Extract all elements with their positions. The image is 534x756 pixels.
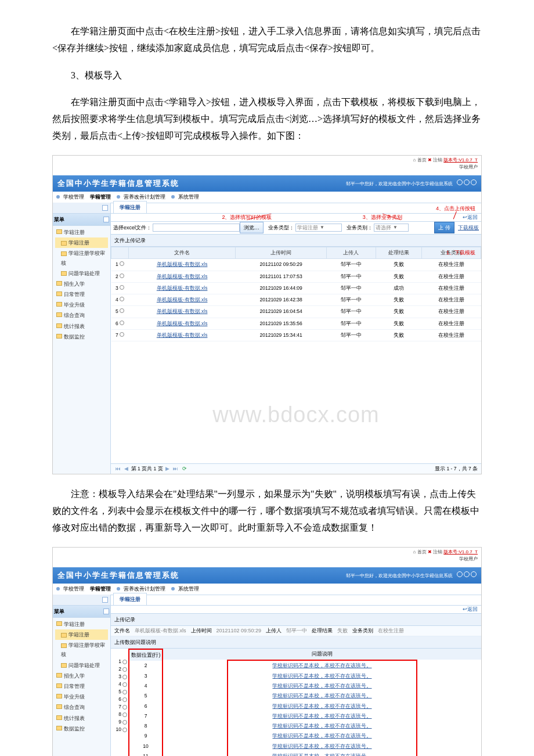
file-link[interactable]: 单机版模板-有数据.xls (157, 261, 208, 267)
collapse-handle[interactable] (53, 595, 111, 605)
tab-register[interactable]: 学籍注册 (113, 201, 147, 213)
tree-group-register[interactable]: 学籍注册 (55, 227, 108, 237)
school-user-label: 学校用户 (413, 164, 478, 171)
file-link[interactable]: 单机版模板-有数据.xls (157, 297, 208, 303)
file-link[interactable]: 单机版模板-有数据.xls (157, 321, 208, 326)
theme-circle-icon[interactable] (471, 571, 477, 577)
home-icon: ⌂ (413, 157, 416, 163)
upload-button[interactable]: 上 传 (434, 222, 454, 233)
sidebar-title: 菜单 (54, 215, 64, 224)
tree-folder-daily[interactable]: 日常管理 (55, 289, 108, 300)
tree-folder-grad[interactable]: 毕业升级 (55, 300, 108, 310)
download-template-link[interactable]: 下载模板 (458, 223, 479, 232)
tree-item-problem[interactable]: 问题学籍处理 (55, 660, 108, 671)
table-row: 1 单机版模板-有数据.xls 20121102 09:50:29邹平一中失败在… (111, 259, 481, 271)
row-radio[interactable] (120, 285, 124, 290)
file-link[interactable]: 单机版模板-有数据.xls (157, 308, 208, 314)
file-link[interactable]: 单机版模板-有数据.xls (157, 273, 208, 279)
row-radio[interactable] (122, 682, 127, 687)
logout-link[interactable]: 注销 (433, 157, 442, 163)
tree-folder-query[interactable]: 综合查询 (55, 310, 108, 321)
error-row-pos: 5 (129, 691, 162, 701)
tree-folder-enroll[interactable]: 招生入学 (55, 279, 108, 289)
error-row-column-box: 数据位置(行) 234567891011 (128, 649, 163, 756)
row-radio[interactable] (122, 697, 127, 702)
row-radio[interactable] (120, 308, 124, 313)
table-row: 6 单机版模板-有数据.xls 20121029 15:35:56邹平一中失败在… (111, 318, 481, 329)
tree-folder-grad[interactable]: 毕业升级 (55, 692, 108, 702)
row-radio[interactable] (120, 321, 124, 325)
row-radio[interactable] (120, 332, 124, 337)
row-radio[interactable] (122, 660, 127, 664)
menu-school[interactable]: 学校管理 (63, 584, 84, 593)
row-radio[interactable] (122, 667, 127, 672)
pager: ⏮ ◀ 第 1 页共 1 页 ▶ ⏭ ⟳ 显示 1 - 7，共 7 条 (111, 463, 481, 474)
menu-system[interactable]: 系统管理 (178, 584, 199, 593)
rec-res-label: 处理结果 (312, 626, 333, 635)
home-link[interactable]: 首页 (417, 157, 427, 163)
tree-folder-enroll[interactable]: 招生入学 (55, 671, 108, 681)
bizcat-label: 业务类别： (347, 223, 373, 232)
logout-link[interactable]: 注销 (433, 549, 442, 555)
error-msg-box: 学校标识码不是本校，本校不存在该班号。学校标识码不是本校，本校不存在该班号。学校… (227, 660, 418, 756)
home-link[interactable]: 首页 (417, 549, 427, 555)
error-row-pos: 6 (129, 701, 162, 711)
theme-circle-icon[interactable] (457, 179, 463, 185)
row-radio[interactable] (122, 675, 127, 679)
tree-group-register[interactable]: 学籍注册 (55, 619, 108, 629)
tree-item-audit[interactable]: 学籍注册学校审核 (55, 640, 108, 660)
tab-register[interactable]: 学籍注册 (113, 593, 147, 605)
row-radio[interactable] (122, 705, 127, 710)
theme-circle-icon[interactable] (457, 571, 463, 577)
bizcat-select[interactable]: 请选择▼ (374, 224, 409, 232)
tree-folder-daily[interactable]: 日常管理 (55, 681, 108, 692)
menu-system[interactable]: 系统管理 (178, 192, 199, 201)
tree-folder-query[interactable]: 综合查询 (55, 702, 108, 712)
tree-item-problem[interactable]: 问题学籍处理 (55, 268, 108, 279)
upload-record-row: 文件名 单机版模板-有数据.xls 上传时间 20121102 09:50:29… (111, 626, 481, 636)
collapse-handle[interactable] (53, 203, 111, 213)
tree-item-register[interactable]: 学籍注册 (55, 629, 108, 640)
tree-item-register[interactable]: 学籍注册 (55, 237, 108, 248)
pager-first-icon[interactable]: ⏮ (114, 466, 122, 471)
theme-circle-icon[interactable] (464, 179, 470, 185)
row-radio[interactable] (122, 690, 127, 694)
pager-refresh-icon[interactable]: ⟳ (181, 466, 188, 471)
row-radio[interactable] (120, 297, 124, 301)
row-radio[interactable] (122, 728, 127, 732)
file-input[interactable] (153, 224, 240, 232)
row-radio[interactable] (120, 261, 124, 266)
theme-circle-icon[interactable] (471, 179, 477, 185)
file-link[interactable]: 单机版模板-有数据.xls (157, 285, 208, 291)
theme-circle-icon[interactable] (464, 571, 470, 577)
row-radio[interactable] (120, 273, 124, 278)
sidebar-collapse-icon[interactable] (103, 609, 109, 614)
table-row: 5 单机版模板-有数据.xls 20121029 16:04:54邹平一中失败在… (111, 306, 481, 318)
biztype-select[interactable]: 学籍注册▼ (295, 224, 342, 232)
error-row-msg: 学校标识码不是本校，本校不存在该班号。 (228, 711, 417, 721)
file-select-label: 选择excel文件： (113, 223, 151, 232)
tree-folder-monitor[interactable]: 数据监控 (55, 332, 108, 342)
top-links: ⌂ 首页 ✖ 注销 版本号:V1.0.7_T (413, 549, 478, 556)
tree-folder-report[interactable]: 统计报表 (55, 321, 108, 332)
menu-roster[interactable]: 学籍管理 (90, 584, 111, 593)
th-file: 文件名 (129, 247, 236, 258)
sidebar-collapse-icon[interactable] (103, 217, 109, 222)
tree-folder-monitor[interactable]: 数据监控 (55, 723, 108, 734)
tree-folder-report[interactable]: 统计报表 (55, 713, 108, 723)
row-radio[interactable] (122, 720, 127, 725)
rec-cat: 在校生注册 (378, 626, 404, 635)
menu-school[interactable]: 学校管理 (63, 192, 84, 201)
pager-prev-icon[interactable]: ◀ (123, 466, 129, 471)
file-link[interactable]: 单机版模板-有数据.xls (157, 332, 208, 338)
back-link[interactable]: 返回 (467, 604, 478, 614)
browse-button[interactable]: 浏览… (240, 222, 264, 233)
error-row-msg: 学校标识码不是本校，本校不存在该班号。 (228, 691, 417, 701)
pager-next-icon[interactable]: ▶ (164, 466, 171, 471)
menu-roster[interactable]: 学籍管理 (90, 192, 111, 201)
back-link[interactable]: 返回 (467, 213, 478, 222)
row-radio[interactable] (122, 712, 127, 717)
tree-item-audit[interactable]: 学籍注册学校审核 (55, 248, 108, 268)
error-row-pos: 4 (129, 681, 162, 691)
pager-last-icon[interactable]: ⏭ (172, 466, 179, 471)
